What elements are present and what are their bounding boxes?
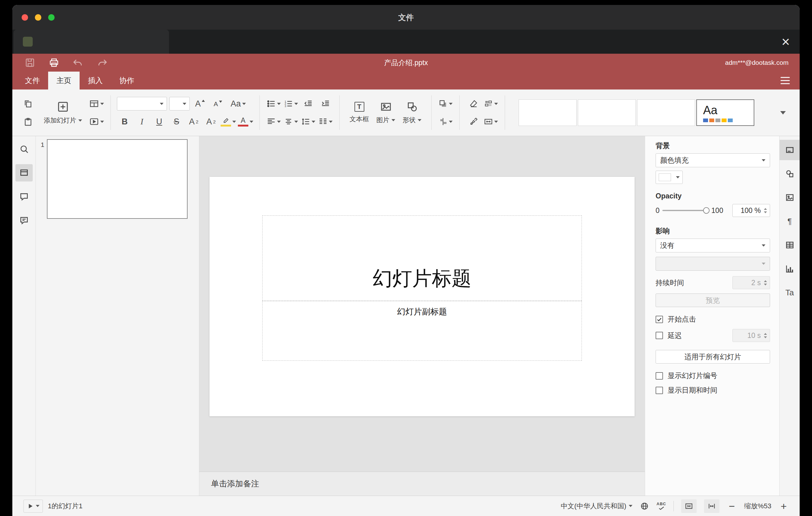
horizontal-align-button[interactable] — [266, 114, 281, 129]
numbering-button[interactable]: 123 — [283, 96, 299, 111]
subscript-button[interactable]: A2 — [203, 114, 219, 129]
menu-icon[interactable] — [781, 77, 790, 84]
strikeout-button[interactable]: S — [169, 114, 184, 129]
fit-slide-button[interactable] — [681, 499, 697, 513]
close-icon[interactable]: × — [781, 34, 790, 49]
slide-settings-tab[interactable] — [780, 140, 800, 160]
tab-home[interactable]: 主页 — [48, 71, 80, 89]
insert-textbox-button[interactable]: T 文本框 — [346, 96, 373, 129]
insert-image-button[interactable]: 图片 — [373, 96, 399, 129]
duration-spinner[interactable]: 2 s — [732, 276, 770, 289]
shape-settings-tab[interactable] — [780, 164, 800, 184]
app-window: 文件 × 产品介绍.pptx adm***@dootask.com — [12, 5, 800, 516]
slide-layout-button[interactable] — [89, 96, 104, 111]
zoom-out-button[interactable]: − — [727, 501, 737, 511]
spinner-arrows-icon[interactable] — [764, 333, 767, 338]
line-spacing-button[interactable] — [300, 114, 316, 129]
redo-button[interactable] — [95, 56, 109, 70]
delay-checkbox[interactable] — [656, 332, 663, 339]
bold-button[interactable]: B — [117, 114, 132, 129]
color-scheme-button[interactable] — [483, 96, 498, 111]
fill-color-picker[interactable] — [656, 171, 683, 184]
minimize-window-button[interactable] — [35, 14, 41, 21]
copy-button[interactable] — [20, 96, 36, 111]
insert-shape-button[interactable]: 形状 — [399, 96, 425, 129]
superscript-button[interactable]: A2 — [186, 114, 201, 129]
paintbrush-icon — [469, 117, 478, 126]
increase-font-button[interactable]: A — [192, 96, 208, 111]
clear-style-button[interactable] — [466, 96, 481, 111]
search-button[interactable] — [16, 140, 33, 158]
chart-settings-tab[interactable] — [780, 259, 800, 279]
font-name-combo[interactable] — [117, 97, 167, 111]
table-settings-tab[interactable] — [780, 235, 800, 255]
paste-button[interactable] — [20, 114, 36, 129]
start-on-click-checkbox[interactable] — [656, 316, 663, 323]
slide-canvas[interactable]: 幻灯片标题 幻灯片副标题 — [209, 177, 635, 416]
undo-button[interactable] — [71, 56, 85, 70]
change-case-button[interactable]: Aa — [228, 96, 248, 111]
print-button[interactable] — [47, 56, 61, 70]
chat-button[interactable] — [16, 212, 33, 229]
columns-button[interactable] — [318, 114, 333, 129]
save-button[interactable] — [23, 56, 37, 70]
show-date-time-checkbox[interactable] — [656, 387, 663, 394]
theme-tile-4-selected[interactable]: Aa — [696, 99, 754, 126]
notes-area[interactable]: 单击添加备注 — [199, 471, 645, 496]
zoom-in-button[interactable]: + — [779, 501, 788, 511]
font-color-button[interactable]: A — [238, 114, 253, 129]
subtitle-placeholder[interactable]: 幻灯片副标题 — [262, 301, 582, 361]
italic-button[interactable]: I — [134, 114, 150, 129]
title-placeholder[interactable]: 幻灯片标题 — [262, 216, 582, 301]
preview-button[interactable]: 预览 — [656, 293, 770, 307]
tab-file[interactable]: 文件 — [17, 71, 48, 89]
show-date-time-label: 显示日期和时间 — [668, 385, 717, 395]
delay-spinner[interactable]: 10 s — [732, 329, 770, 342]
start-slideshow-button[interactable] — [89, 114, 104, 129]
spell-check-button[interactable]: ABC — [657, 502, 666, 510]
fit-width-button[interactable] — [704, 499, 720, 513]
zoom-window-button[interactable] — [48, 14, 55, 21]
chevron-down-icon — [449, 103, 453, 105]
arrange-shape-button[interactable] — [438, 96, 453, 111]
theme-tile-2[interactable] — [578, 99, 636, 126]
spinner-arrows-icon[interactable] — [764, 208, 767, 213]
add-slide-button[interactable]: 添加幻灯片 — [40, 96, 86, 129]
tab-collaboration[interactable]: 协作 — [111, 71, 143, 89]
language-selector[interactable]: 中文(中华人民共和国) — [560, 501, 633, 511]
chevron-down-icon — [250, 121, 253, 123]
theme-gallery-expand-button[interactable] — [774, 104, 792, 121]
tab-insert[interactable]: 插入 — [80, 71, 111, 89]
image-settings-tab[interactable] — [780, 187, 800, 208]
paragraph-settings-tab[interactable]: ¶ — [780, 211, 800, 231]
spinner-arrows-icon[interactable] — [764, 280, 767, 285]
decrease-font-button[interactable]: A — [210, 96, 226, 111]
slide-size-button[interactable] — [483, 114, 498, 129]
highlight-color-button[interactable] — [221, 114, 236, 129]
decrease-indent-button[interactable] — [300, 96, 316, 111]
effect-variant-select[interactable] — [656, 257, 770, 271]
copy-style-button[interactable] — [466, 114, 481, 129]
underline-button[interactable]: U — [151, 114, 167, 129]
bullets-button[interactable] — [266, 96, 281, 111]
comments-button[interactable] — [16, 188, 33, 205]
slide-thumbnail-1[interactable] — [47, 139, 187, 219]
increase-indent-button[interactable] — [318, 96, 333, 111]
slides-panel-button[interactable] — [16, 164, 33, 181]
effect-select[interactable]: 没有 — [656, 238, 770, 253]
close-window-button[interactable] — [22, 14, 28, 21]
background-fill-select[interactable]: 颜色填充 — [656, 153, 770, 167]
apply-to-all-slides-button[interactable]: 适用于所有幻灯片 — [656, 350, 770, 364]
opacity-spinner[interactable]: 100 % — [732, 204, 770, 217]
vertical-align-button[interactable] — [283, 114, 299, 129]
opacity-slider[interactable] — [662, 210, 709, 211]
show-slide-number-checkbox[interactable] — [656, 372, 663, 380]
theme-tile-1[interactable] — [519, 99, 577, 126]
opacity-slider-knob[interactable] — [703, 207, 709, 214]
align-shape-button[interactable] — [438, 114, 453, 129]
font-size-combo[interactable] — [169, 97, 190, 111]
theme-tile-3[interactable] — [637, 99, 695, 126]
document-language-button[interactable] — [640, 501, 649, 511]
start-slideshow-status-button[interactable] — [24, 500, 43, 513]
textart-settings-tab[interactable]: Ta — [780, 282, 800, 303]
